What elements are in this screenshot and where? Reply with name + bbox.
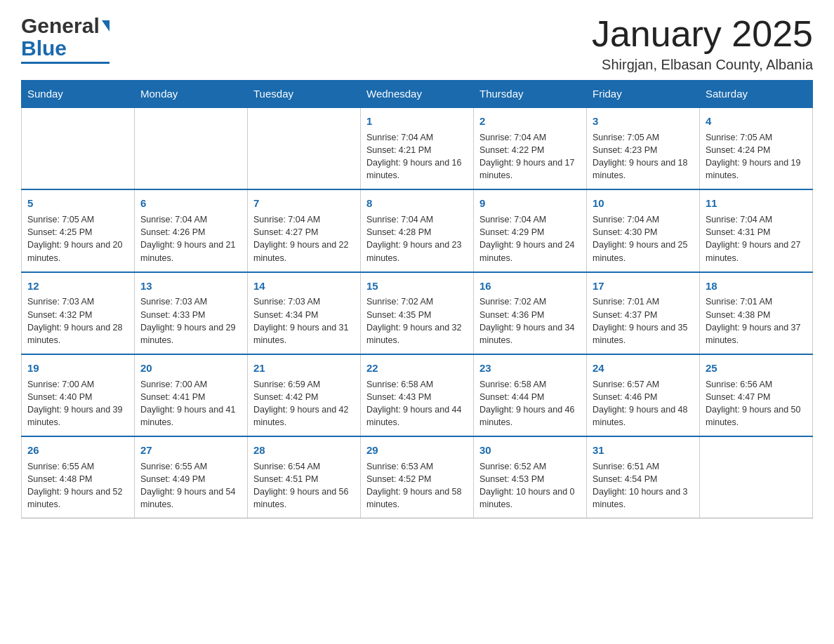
day-header-sunday: Sunday xyxy=(22,81,135,108)
day-info: Sunrise: 7:01 AM Sunset: 4:38 PM Dayligh… xyxy=(706,295,807,347)
calendar-cell: 15Sunrise: 7:02 AM Sunset: 4:35 PM Dayli… xyxy=(361,272,474,354)
day-number: 9 xyxy=(479,196,581,211)
day-info: Sunrise: 7:05 AM Sunset: 4:23 PM Dayligh… xyxy=(593,131,694,182)
day-info: Sunrise: 7:04 AM Sunset: 4:26 PM Dayligh… xyxy=(140,213,241,264)
day-info: Sunrise: 7:05 AM Sunset: 4:24 PM Dayligh… xyxy=(706,131,807,182)
day-number: 1 xyxy=(366,114,468,129)
calendar-cell: 16Sunrise: 7:02 AM Sunset: 4:36 PM Dayli… xyxy=(474,272,587,354)
day-number: 4 xyxy=(706,114,807,129)
calendar-week-row: 1Sunrise: 7:04 AM Sunset: 4:21 PM Daylig… xyxy=(22,107,813,189)
calendar-cell: 25Sunrise: 6:56 AM Sunset: 4:47 PM Dayli… xyxy=(700,354,813,436)
day-number: 12 xyxy=(27,279,128,294)
calendar-cell: 31Sunrise: 6:51 AM Sunset: 4:54 PM Dayli… xyxy=(587,436,700,518)
day-info: Sunrise: 6:54 AM Sunset: 4:51 PM Dayligh… xyxy=(253,460,355,511)
day-info: Sunrise: 7:04 AM Sunset: 4:28 PM Dayligh… xyxy=(366,213,468,264)
day-number: 19 xyxy=(27,361,128,376)
day-header-saturday: Saturday xyxy=(700,81,813,108)
day-info: Sunrise: 6:58 AM Sunset: 4:44 PM Dayligh… xyxy=(479,378,581,429)
day-info: Sunrise: 7:00 AM Sunset: 4:41 PM Dayligh… xyxy=(140,378,241,429)
calendar-cell: 10Sunrise: 7:04 AM Sunset: 4:30 PM Dayli… xyxy=(587,189,700,271)
day-info: Sunrise: 7:00 AM Sunset: 4:40 PM Dayligh… xyxy=(27,378,128,429)
calendar-cell: 5Sunrise: 7:05 AM Sunset: 4:25 PM Daylig… xyxy=(22,189,135,271)
day-info: Sunrise: 6:55 AM Sunset: 4:49 PM Dayligh… xyxy=(140,460,241,511)
day-header-monday: Monday xyxy=(135,81,248,108)
calendar-cell xyxy=(248,107,361,189)
day-info: Sunrise: 7:01 AM Sunset: 4:37 PM Dayligh… xyxy=(593,295,694,347)
day-info: Sunrise: 7:03 AM Sunset: 4:32 PM Dayligh… xyxy=(27,295,128,347)
day-number: 20 xyxy=(140,361,241,376)
day-info: Sunrise: 6:58 AM Sunset: 4:43 PM Dayligh… xyxy=(366,378,468,429)
calendar-cell xyxy=(22,107,135,189)
calendar-cell xyxy=(700,436,813,518)
calendar-cell: 14Sunrise: 7:03 AM Sunset: 4:34 PM Dayli… xyxy=(248,272,361,354)
day-info: Sunrise: 6:53 AM Sunset: 4:52 PM Dayligh… xyxy=(366,460,468,511)
calendar-week-row: 5Sunrise: 7:05 AM Sunset: 4:25 PM Daylig… xyxy=(22,189,813,271)
day-info: Sunrise: 6:56 AM Sunset: 4:47 PM Dayligh… xyxy=(706,378,807,429)
calendar-cell: 7Sunrise: 7:04 AM Sunset: 4:27 PM Daylig… xyxy=(248,189,361,271)
logo-underline xyxy=(21,62,110,64)
day-header-wednesday: Wednesday xyxy=(361,81,474,108)
title-block: January 2025 Shirgjan, Elbasan County, A… xyxy=(592,14,813,73)
day-header-friday: Friday xyxy=(587,81,700,108)
calendar-week-row: 26Sunrise: 6:55 AM Sunset: 4:48 PM Dayli… xyxy=(22,436,813,518)
day-number: 22 xyxy=(366,361,468,376)
calendar-cell: 22Sunrise: 6:58 AM Sunset: 4:43 PM Dayli… xyxy=(361,354,474,436)
calendar-cell: 27Sunrise: 6:55 AM Sunset: 4:49 PM Dayli… xyxy=(135,436,248,518)
logo-arrow-icon xyxy=(102,20,110,32)
calendar-cell: 29Sunrise: 6:53 AM Sunset: 4:52 PM Dayli… xyxy=(361,436,474,518)
day-number: 10 xyxy=(593,196,694,211)
day-number: 13 xyxy=(140,279,241,294)
day-info: Sunrise: 7:04 AM Sunset: 4:31 PM Dayligh… xyxy=(706,213,807,264)
calendar-week-row: 12Sunrise: 7:03 AM Sunset: 4:32 PM Dayli… xyxy=(22,272,813,354)
calendar-table: SundayMondayTuesdayWednesdayThursdayFrid… xyxy=(21,80,813,518)
calendar-cell: 30Sunrise: 6:52 AM Sunset: 4:53 PM Dayli… xyxy=(474,436,587,518)
calendar-cell: 1Sunrise: 7:04 AM Sunset: 4:21 PM Daylig… xyxy=(361,107,474,189)
calendar-cell: 9Sunrise: 7:04 AM Sunset: 4:29 PM Daylig… xyxy=(474,189,587,271)
day-info: Sunrise: 7:04 AM Sunset: 4:21 PM Dayligh… xyxy=(366,131,468,182)
day-number: 24 xyxy=(593,361,694,376)
day-number: 31 xyxy=(593,443,694,458)
calendar-cell: 4Sunrise: 7:05 AM Sunset: 4:24 PM Daylig… xyxy=(700,107,813,189)
calendar-cell: 24Sunrise: 6:57 AM Sunset: 4:46 PM Dayli… xyxy=(587,354,700,436)
day-header-tuesday: Tuesday xyxy=(248,81,361,108)
day-info: Sunrise: 7:04 AM Sunset: 4:29 PM Dayligh… xyxy=(479,213,581,264)
day-number: 23 xyxy=(479,361,581,376)
day-number: 7 xyxy=(253,196,355,211)
calendar-header-row: SundayMondayTuesdayWednesdayThursdayFrid… xyxy=(22,81,813,108)
day-number: 27 xyxy=(140,443,241,458)
day-info: Sunrise: 6:51 AM Sunset: 4:54 PM Dayligh… xyxy=(593,460,694,511)
day-info: Sunrise: 7:02 AM Sunset: 4:36 PM Dayligh… xyxy=(479,295,581,347)
day-number: 28 xyxy=(253,443,355,458)
calendar-cell: 13Sunrise: 7:03 AM Sunset: 4:33 PM Dayli… xyxy=(135,272,248,354)
day-number: 8 xyxy=(366,196,468,211)
day-info: Sunrise: 7:04 AM Sunset: 4:30 PM Dayligh… xyxy=(593,213,694,264)
day-number: 21 xyxy=(253,361,355,376)
day-info: Sunrise: 6:57 AM Sunset: 4:46 PM Dayligh… xyxy=(593,378,694,429)
calendar-cell: 28Sunrise: 6:54 AM Sunset: 4:51 PM Dayli… xyxy=(248,436,361,518)
day-number: 16 xyxy=(479,279,581,294)
calendar-cell: 17Sunrise: 7:01 AM Sunset: 4:37 PM Dayli… xyxy=(587,272,700,354)
logo-general: General xyxy=(21,14,100,38)
day-number: 3 xyxy=(593,114,694,129)
month-title: January 2025 xyxy=(592,14,813,54)
day-info: Sunrise: 6:52 AM Sunset: 4:53 PM Dayligh… xyxy=(479,460,581,511)
day-number: 17 xyxy=(593,279,694,294)
day-number: 11 xyxy=(706,196,807,211)
day-info: Sunrise: 7:04 AM Sunset: 4:22 PM Dayligh… xyxy=(479,131,581,182)
day-number: 14 xyxy=(253,279,355,294)
logo-blue: Blue xyxy=(21,36,67,60)
day-info: Sunrise: 6:55 AM Sunset: 4:48 PM Dayligh… xyxy=(27,460,128,511)
calendar-cell: 12Sunrise: 7:03 AM Sunset: 4:32 PM Dayli… xyxy=(22,272,135,354)
calendar-cell: 23Sunrise: 6:58 AM Sunset: 4:44 PM Dayli… xyxy=(474,354,587,436)
day-number: 30 xyxy=(479,443,581,458)
day-info: Sunrise: 7:02 AM Sunset: 4:35 PM Dayligh… xyxy=(366,295,468,347)
day-info: Sunrise: 6:59 AM Sunset: 4:42 PM Dayligh… xyxy=(253,378,355,429)
calendar-cell: 6Sunrise: 7:04 AM Sunset: 4:26 PM Daylig… xyxy=(135,189,248,271)
calendar-cell xyxy=(135,107,248,189)
day-number: 6 xyxy=(140,196,241,211)
page-header: General Blue January 2025 Shirgjan, Elba… xyxy=(21,14,813,73)
day-number: 29 xyxy=(366,443,468,458)
calendar-cell: 3Sunrise: 7:05 AM Sunset: 4:23 PM Daylig… xyxy=(587,107,700,189)
location-subtitle: Shirgjan, Elbasan County, Albania xyxy=(592,57,813,73)
calendar-cell: 18Sunrise: 7:01 AM Sunset: 4:38 PM Dayli… xyxy=(700,272,813,354)
